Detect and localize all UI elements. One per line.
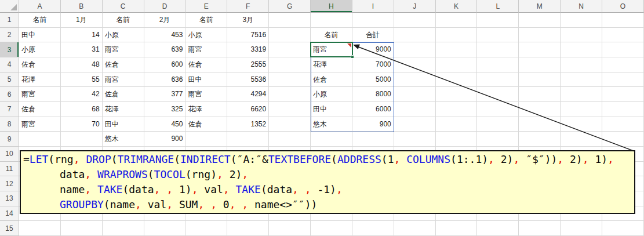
cell-G9[interactable] [269, 132, 311, 147]
cell-D15[interactable] [144, 221, 186, 236]
cell-B7[interactable]: 68 [61, 102, 103, 117]
cell-F6[interactable]: 4294 [227, 87, 269, 102]
row-header-10[interactable]: 10 [0, 147, 19, 162]
row-header-5[interactable]: 5 [0, 72, 19, 88]
cell-M3[interactable] [519, 42, 561, 57]
cell-C1[interactable]: 名前 [103, 13, 144, 28]
cell-D5[interactable]: 636 [144, 72, 186, 88]
cell-H15[interactable] [311, 221, 352, 236]
fill-handle[interactable] [351, 55, 354, 59]
cell-A4[interactable]: 佐倉 [19, 57, 61, 72]
column-header-C[interactable]: C [103, 0, 144, 13]
column-header-N[interactable]: N [561, 0, 602, 13]
cell-M7[interactable] [519, 102, 561, 117]
row-header-15[interactable]: 15 [0, 221, 19, 236]
cell-A3[interactable]: 小原 [19, 42, 61, 57]
cell-B9[interactable] [61, 132, 103, 147]
cell-I3[interactable]: 9000 [352, 42, 394, 57]
cell-E9[interactable] [185, 132, 227, 147]
cell-I4[interactable]: 7000 [352, 57, 394, 72]
cell-A1[interactable]: 名前 [19, 13, 61, 28]
row-header-9[interactable]: 9 [0, 132, 19, 147]
cell-G15[interactable] [269, 221, 311, 236]
cell-G3[interactable] [269, 42, 311, 57]
cell-K8[interactable] [436, 117, 478, 132]
cell-N4[interactable] [561, 57, 602, 72]
cell-J15[interactable] [394, 221, 436, 236]
cell-N3[interactable] [561, 42, 602, 57]
cell-M6[interactable] [519, 87, 561, 102]
row-header-4[interactable]: 4 [0, 57, 19, 72]
cell-J4[interactable] [394, 57, 436, 72]
row-header-6[interactable]: 6 [0, 87, 19, 102]
cell-G6[interactable] [269, 87, 311, 102]
cell-K2[interactable] [436, 28, 478, 43]
select-all-corner[interactable] [0, 0, 19, 13]
cell-D3[interactable]: 639 [144, 42, 186, 57]
cell-D9[interactable]: 900 [144, 132, 186, 147]
cell-L6[interactable] [477, 87, 519, 102]
cell-K7[interactable] [436, 102, 478, 117]
cell-L8[interactable] [477, 117, 519, 132]
column-header-D[interactable]: D [144, 0, 186, 13]
cell-F7[interactable]: 6620 [227, 102, 269, 117]
cell-E15[interactable] [185, 221, 227, 236]
cell-H1[interactable] [311, 13, 352, 28]
column-header-F[interactable]: F [227, 0, 269, 13]
cell-B5[interactable]: 55 [61, 72, 103, 88]
cell-J9[interactable] [394, 132, 436, 147]
cell-N7[interactable] [561, 102, 602, 117]
cell-F2[interactable]: 7516 [227, 28, 269, 43]
cell-C8[interactable]: 田中 [103, 117, 144, 132]
cell-B6[interactable]: 42 [61, 87, 103, 102]
row-header-3[interactable]: 3 [0, 42, 19, 57]
column-header-J[interactable]: J [394, 0, 436, 13]
cell-I9[interactable] [352, 132, 394, 147]
row-header-11[interactable]: 11 [0, 162, 19, 177]
cell-O9[interactable] [602, 132, 644, 147]
cell-M15[interactable] [519, 221, 561, 236]
cell-F9[interactable] [227, 132, 269, 147]
cell-L5[interactable] [477, 72, 519, 88]
cell-G4[interactable] [269, 57, 311, 72]
cell-N2[interactable] [561, 28, 602, 43]
cell-O8[interactable] [602, 117, 644, 132]
cell-E3[interactable]: 雨宮 [185, 42, 227, 57]
cell-K15[interactable] [436, 221, 478, 236]
cell-E7[interactable]: 花澤 [185, 102, 227, 117]
cell-E6[interactable]: 雨宮 [185, 87, 227, 102]
cell-H9[interactable] [311, 132, 352, 147]
column-header-H[interactable]: H [311, 0, 352, 13]
cell-H7[interactable]: 田中 [311, 102, 352, 117]
cell-H4[interactable]: 花澤 [311, 57, 352, 72]
cell-E5[interactable]: 田中 [185, 72, 227, 88]
cell-L7[interactable] [477, 102, 519, 117]
cell-I6[interactable]: 8000 [352, 87, 394, 102]
column-header-I[interactable]: I [352, 0, 394, 13]
row-header-8[interactable]: 8 [0, 117, 19, 132]
column-header-B[interactable]: B [61, 0, 103, 13]
cell-J2[interactable] [394, 28, 436, 43]
cell-E2[interactable]: 小原 [185, 28, 227, 43]
cell-A8[interactable]: 雨宮 [19, 117, 61, 132]
row-header-14[interactable]: 14 [0, 206, 19, 222]
cell-E4[interactable]: 佐倉 [185, 57, 227, 72]
cell-A2[interactable]: 田中 [19, 28, 61, 43]
column-header-O[interactable]: O [602, 0, 644, 13]
cell-D8[interactable]: 450 [144, 117, 186, 132]
cell-J3[interactable] [394, 42, 436, 57]
cell-D4[interactable]: 600 [144, 57, 186, 72]
cell-L1[interactable] [477, 13, 519, 28]
cell-M9[interactable] [519, 132, 561, 147]
cell-D1[interactable]: 2月 [144, 13, 186, 28]
cell-F1[interactable]: 3月 [227, 13, 269, 28]
cell-K1[interactable] [436, 13, 478, 28]
cell-G5[interactable] [269, 72, 311, 88]
cell-E8[interactable]: 佐倉 [185, 117, 227, 132]
cell-J5[interactable] [394, 72, 436, 88]
cell-B3[interactable]: 31 [61, 42, 103, 57]
cell-B1[interactable]: 1月 [61, 13, 103, 28]
cell-M1[interactable] [519, 13, 561, 28]
column-header-K[interactable]: K [436, 0, 478, 13]
cell-H6[interactable]: 小原 [311, 87, 352, 102]
